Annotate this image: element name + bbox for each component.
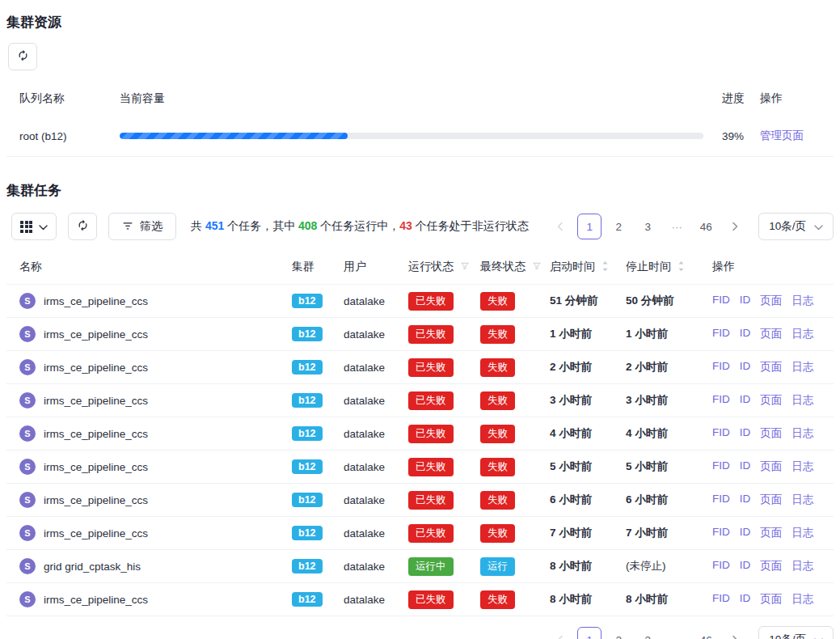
- row-action-page-link[interactable]: 页面: [760, 360, 782, 375]
- filter-button[interactable]: 筛选: [108, 213, 176, 240]
- queue-name: root (b12): [6, 117, 120, 157]
- row-action-id-link[interactable]: ID: [740, 426, 751, 441]
- avatar: S: [19, 359, 36, 375]
- pagination-page-46-button[interactable]: 46: [694, 627, 718, 639]
- row-action-log-link[interactable]: 日志: [791, 294, 813, 308]
- start-time: 1 小时前: [550, 328, 592, 340]
- avatar: S: [19, 591, 36, 607]
- row-action-id-link[interactable]: ID: [740, 559, 751, 573]
- sort-icon[interactable]: [677, 260, 685, 274]
- task-name: irms_ce_pipeline_ccs: [44, 328, 148, 341]
- pagination-prev-button[interactable]: [548, 627, 572, 639]
- top-pagination: 123···4610条/页: [548, 213, 834, 240]
- funnel-icon[interactable]: [532, 260, 542, 273]
- final-status-badge: 失败: [480, 590, 515, 609]
- total-count: 451: [205, 219, 224, 232]
- capacity-progress-fill: [120, 133, 348, 139]
- task-name: irms_ce_pipeline_ccs: [44, 527, 148, 540]
- refresh-icon: [77, 219, 89, 234]
- row-action-fid-link[interactable]: FID: [712, 559, 730, 573]
- stop-time: 4 小时前: [626, 427, 668, 439]
- user-name: datalake: [344, 417, 408, 451]
- pagination-page-2-button[interactable]: 2: [606, 214, 631, 239]
- task-name: irms_ce_pipeline_ccs: [44, 428, 148, 440]
- pagination-page-46-button[interactable]: 46: [694, 214, 718, 239]
- sort-icon[interactable]: [602, 260, 609, 274]
- page-size-select[interactable]: 10条/页: [758, 626, 834, 639]
- row-action-log-link[interactable]: 日志: [791, 459, 813, 474]
- row-action-id-link[interactable]: ID: [740, 493, 751, 507]
- start-time: 5 小时前: [550, 460, 592, 472]
- pagination-page-2-button[interactable]: 2: [606, 627, 631, 639]
- pagination-page-3-button[interactable]: 3: [635, 214, 660, 239]
- row-action-log-link[interactable]: 日志: [791, 592, 813, 607]
- row-action-page-link[interactable]: 页面: [760, 459, 782, 474]
- row-action-fid-link[interactable]: FID: [712, 393, 730, 408]
- run-status-badge: 已失败: [408, 524, 454, 543]
- col-header-user: 用户: [344, 252, 408, 285]
- row-action-page-link[interactable]: 页面: [760, 426, 782, 441]
- page-size-label: 10条/页: [769, 633, 806, 639]
- row-action-page-link[interactable]: 页面: [760, 526, 782, 540]
- row-action-log-link[interactable]: 日志: [791, 559, 813, 573]
- row-action-page-link[interactable]: 页面: [760, 393, 782, 408]
- row-action-id-link[interactable]: ID: [740, 592, 751, 607]
- table-row: Sirms_ce_pipeline_ccs b12 datalake 已失败 失…: [6, 517, 834, 550]
- pagination-page-1-button[interactable]: 1: [577, 214, 602, 239]
- row-action-id-link[interactable]: ID: [740, 393, 751, 408]
- row-action-log-link[interactable]: 日志: [791, 493, 813, 507]
- pagination-prev-button[interactable]: [548, 214, 572, 239]
- avatar: S: [19, 459, 36, 475]
- row-action-page-link[interactable]: 页面: [760, 559, 782, 573]
- task-name: irms_ce_pipeline_ccs: [44, 494, 148, 506]
- row-action-log-link[interactable]: 日志: [791, 526, 813, 540]
- stop-time: 7 小时前: [626, 527, 668, 539]
- row-action-page-link[interactable]: 页面: [760, 493, 782, 507]
- grid-icon: [20, 221, 32, 233]
- row-action-id-link[interactable]: ID: [740, 360, 751, 375]
- row-action-page-link[interactable]: 页面: [760, 294, 782, 308]
- row-action-fid-link[interactable]: FID: [712, 360, 730, 375]
- row-action-fid-link[interactable]: FID: [712, 459, 730, 474]
- summary-text: 个任务运行中，: [317, 219, 399, 232]
- start-time: 6 小时前: [550, 493, 592, 506]
- row-action-fid-link[interactable]: FID: [712, 327, 730, 341]
- cluster-tag: b12: [292, 360, 323, 375]
- row-action-log-link[interactable]: 日志: [791, 426, 813, 441]
- row-action-fid-link[interactable]: FID: [712, 493, 730, 507]
- row-action-log-link[interactable]: 日志: [791, 393, 813, 408]
- pagination-page-3-button[interactable]: 3: [635, 627, 660, 639]
- row-action-id-link[interactable]: ID: [740, 459, 751, 474]
- pagination-next-button[interactable]: [723, 214, 747, 239]
- final-status-badge: 失败: [480, 358, 515, 377]
- row-action-page-link[interactable]: 页面: [760, 327, 782, 341]
- row-actions: FIDID页面日志: [712, 459, 834, 474]
- row-action-id-link[interactable]: ID: [740, 327, 751, 341]
- column-layout-dropdown-button[interactable]: [11, 213, 57, 240]
- run-status-badge: 运行中: [408, 557, 454, 576]
- row-action-fid-link[interactable]: FID: [712, 426, 730, 441]
- row-action-id-link[interactable]: ID: [740, 526, 751, 540]
- row-action-id-link[interactable]: ID: [740, 294, 751, 308]
- task-name: irms_ce_pipeline_ccs: [44, 461, 148, 473]
- table-row: Sirms_ce_pipeline_ccs b12 datalake 已失败 失…: [6, 417, 834, 451]
- final-status-badge: 失败: [480, 491, 515, 510]
- funnel-icon[interactable]: [460, 260, 470, 273]
- pagination-page-1-button[interactable]: 1: [577, 627, 602, 639]
- cluster-tasks-section: 集群任务 筛选 共 451 个任务，其中 408 个任务运行中，43 个任务处于…: [6, 168, 834, 639]
- row-action-fid-link[interactable]: FID: [712, 592, 730, 607]
- page-size-select[interactable]: 10条/页: [758, 213, 834, 240]
- table-row: Sirms_ce_pipeline_ccs b12 datalake 已失败 失…: [6, 351, 834, 384]
- row-action-fid-link[interactable]: FID: [712, 294, 730, 308]
- tasks-refresh-button[interactable]: [68, 213, 97, 240]
- pagination-next-button[interactable]: [723, 627, 747, 639]
- manage-page-link[interactable]: 管理页面: [760, 129, 804, 142]
- row-action-page-link[interactable]: 页面: [760, 592, 782, 607]
- final-status-badge: 失败: [480, 391, 515, 410]
- row-action-fid-link[interactable]: FID: [712, 526, 730, 540]
- resources-refresh-button[interactable]: [8, 43, 37, 70]
- cluster-tag: b12: [292, 559, 323, 573]
- row-action-log-link[interactable]: 日志: [791, 327, 813, 341]
- start-time: 7 小时前: [550, 527, 592, 539]
- row-action-log-link[interactable]: 日志: [791, 360, 813, 375]
